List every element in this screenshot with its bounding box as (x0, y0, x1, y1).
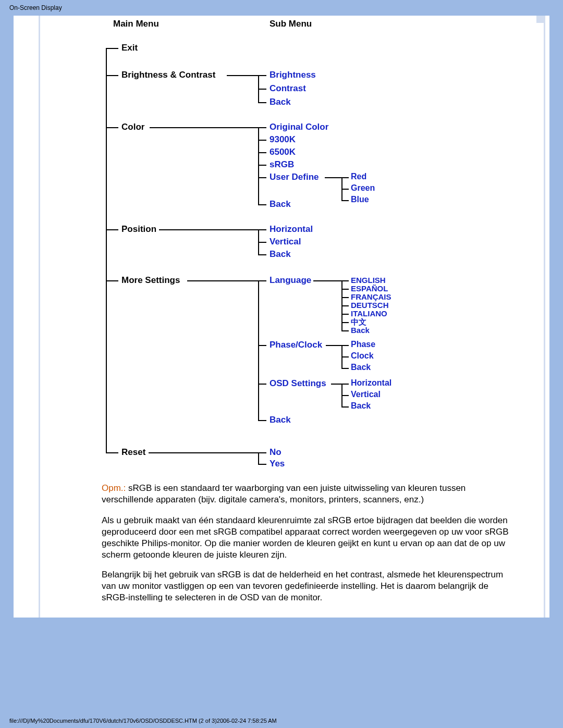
osd-back: Back (351, 401, 371, 411)
lang-espanol: ESPAÑOL (351, 284, 388, 293)
tick-g (341, 189, 349, 190)
sub-original-color: Original Color (270, 122, 328, 132)
tick-o1 (341, 384, 349, 385)
note-label: Opm.: (102, 483, 126, 493)
paragraph-3: Belangrijk bij het gebruik van sRGB is d… (102, 569, 513, 603)
tick-o3 (341, 406, 349, 408)
lang-deutsch: DEUTSCH (351, 301, 389, 310)
conn-bc-r (227, 75, 258, 76)
sub-6500k: 6500K (270, 147, 296, 157)
sub-pos-h: Horizontal (270, 224, 313, 235)
reset-no: No (270, 447, 282, 458)
tick-l7 (341, 330, 349, 331)
tick-c5 (258, 177, 266, 178)
sub-user-define: User Define (270, 172, 319, 182)
stem-reset (258, 452, 259, 464)
content-sheet: Main Menu Sub Menu Exit Brightness & Con… (14, 16, 549, 618)
tick-p3 (258, 254, 266, 255)
tick-ms4 (258, 420, 266, 421)
sub-brightness: Brightness (270, 70, 316, 80)
tick-rs1 (258, 452, 266, 453)
tick-c4 (258, 165, 266, 166)
tick-l5 (341, 314, 349, 315)
conn-reset (106, 452, 118, 453)
note-paragraph: Opm.: sRGB is een standaard ter waarborg… (102, 483, 513, 505)
conn-bc (106, 75, 118, 76)
tick-ms2 (258, 345, 266, 346)
tick-r (341, 177, 349, 178)
lang-italiano: ITALIANO (351, 309, 387, 318)
main-stem (106, 48, 107, 452)
phase-phase: Phase (351, 340, 375, 349)
conn-color-r (150, 127, 258, 128)
sub-9300k: 9300K (270, 134, 296, 145)
header-sub-menu: Sub Menu (270, 19, 312, 29)
tick-ms1 (258, 280, 266, 281)
tick-ph3 (341, 368, 349, 369)
sub-language: Language (270, 275, 311, 286)
tick-l6 (341, 322, 349, 323)
sub-srgb: sRGB (270, 159, 294, 170)
conn-more-r (187, 280, 258, 281)
conn-lang (313, 280, 341, 281)
tick-c2 (258, 140, 266, 141)
stem-color (258, 127, 259, 204)
sub-phase-clock: Phase/Clock (270, 340, 322, 350)
tick-p1 (258, 229, 266, 230)
tick-ms3 (258, 384, 266, 385)
conn-position (106, 229, 118, 230)
sub-bc-back: Back (270, 97, 291, 107)
main-item-exit: Exit (121, 43, 138, 53)
tick-b (341, 200, 349, 201)
osd-menu-tree: Main Menu Sub Menu Exit Brightness & Con… (40, 19, 544, 462)
conn-osd (331, 384, 341, 385)
main-item-brightness-contrast: Brightness & Contrast (121, 70, 215, 80)
phase-back: Back (351, 363, 371, 372)
tick-rs2 (258, 464, 266, 465)
tick-c1 (258, 127, 266, 128)
tick-l3 (341, 297, 349, 298)
page-title: On-Screen Display (9, 4, 62, 11)
sub2-red: Red (351, 172, 366, 181)
stem-more (258, 280, 259, 420)
main-item-reset: Reset (121, 447, 145, 458)
tick-bc1 (258, 75, 266, 76)
conn-more (106, 280, 118, 281)
sub-more-back: Back (270, 415, 291, 425)
conn-reset-r (149, 452, 258, 453)
osd-h: Horizontal (351, 378, 391, 388)
tick-c6 (258, 204, 266, 205)
header-main-menu: Main Menu (113, 19, 159, 29)
main-item-color: Color (121, 122, 144, 132)
tick-l2 (341, 289, 349, 290)
footer-path: file:///D|/My%20Documents/dfu/170V6/dutc… (9, 718, 277, 724)
conn-position-r (159, 229, 258, 230)
conn-color (106, 127, 118, 128)
tick-bc2 (258, 89, 266, 90)
lang-english: ENGLISH (351, 276, 386, 285)
tick-l4 (341, 305, 349, 306)
conn-user-rgb (325, 177, 341, 178)
tick-ph2 (341, 356, 349, 357)
main-item-more-settings: More Settings (121, 275, 180, 286)
sub-color-back: Back (270, 199, 291, 209)
tick-ph1 (341, 345, 349, 346)
sub-pos-back: Back (270, 249, 291, 260)
tick-c3 (258, 152, 266, 153)
paragraph-2: Als u gebruik maakt van één standaard kl… (102, 515, 513, 561)
sub2-blue: Blue (351, 195, 369, 204)
lang-back: Back (351, 326, 370, 335)
sub-pos-v: Vertical (270, 237, 301, 247)
tick-p2 (258, 242, 266, 243)
conn-exit (106, 48, 118, 49)
tick-o2 (341, 395, 349, 396)
phase-clock: Clock (351, 351, 374, 361)
reset-yes: Yes (270, 459, 285, 469)
content-inner: Main Menu Sub Menu Exit Brightness & Con… (39, 16, 545, 618)
sub-contrast: Contrast (270, 83, 306, 94)
sub2-green: Green (351, 183, 375, 193)
main-item-position: Position (121, 224, 156, 235)
sub-osd-settings: OSD Settings (270, 378, 326, 389)
conn-phase (326, 345, 341, 346)
osd-v: Vertical (351, 390, 381, 399)
